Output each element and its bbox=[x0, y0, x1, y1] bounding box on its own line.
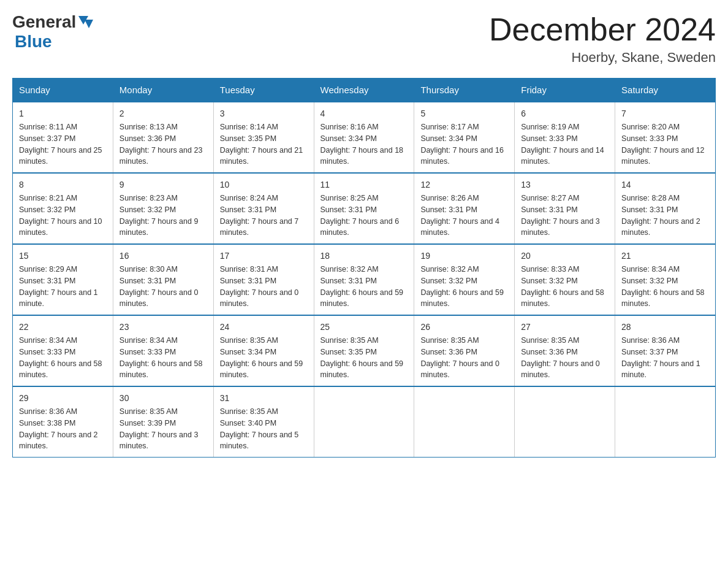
header-tuesday: Tuesday bbox=[213, 79, 314, 102]
sunset-text: Sunset: 3:38 PM bbox=[19, 418, 107, 429]
logo: General Blue bbox=[12, 12, 99, 52]
daylight-text: Daylight: 7 hours and 0 minutes. bbox=[119, 287, 207, 310]
daylight-text: Daylight: 7 hours and 5 minutes. bbox=[220, 429, 308, 453]
daylight-text: Daylight: 7 hours and 4 minutes. bbox=[420, 216, 508, 239]
table-row bbox=[515, 386, 615, 458]
sunrise-text: Sunrise: 8:36 AM bbox=[621, 335, 709, 347]
day-number: 24 bbox=[220, 321, 308, 334]
table-row: 18Sunrise: 8:32 AMSunset: 3:31 PMDayligh… bbox=[314, 244, 414, 315]
sunrise-text: Sunrise: 8:36 AM bbox=[19, 406, 107, 418]
table-row: 12Sunrise: 8:26 AMSunset: 3:31 PMDayligh… bbox=[414, 173, 515, 244]
sunset-text: Sunset: 3:31 PM bbox=[521, 204, 609, 216]
table-row: 31Sunrise: 8:35 AMSunset: 3:40 PMDayligh… bbox=[213, 386, 314, 458]
sunrise-text: Sunrise: 8:20 AM bbox=[621, 121, 709, 133]
day-number: 18 bbox=[320, 250, 408, 262]
table-row: 25Sunrise: 8:35 AMSunset: 3:35 PMDayligh… bbox=[314, 315, 414, 386]
sunset-text: Sunset: 3:37 PM bbox=[621, 347, 709, 358]
sunrise-text: Sunrise: 8:31 AM bbox=[220, 264, 308, 275]
daylight-text: Daylight: 7 hours and 0 minutes. bbox=[521, 358, 609, 381]
day-number: 20 bbox=[521, 250, 609, 262]
daylight-text: Daylight: 7 hours and 7 minutes. bbox=[220, 216, 308, 239]
calendar-week-row: 1Sunrise: 8:11 AMSunset: 3:37 PMDaylight… bbox=[13, 102, 716, 173]
day-number: 6 bbox=[521, 107, 609, 120]
sunrise-text: Sunrise: 8:35 AM bbox=[420, 335, 508, 347]
sunset-text: Sunset: 3:31 PM bbox=[320, 275, 408, 287]
sunset-text: Sunset: 3:33 PM bbox=[19, 347, 107, 358]
daylight-text: Daylight: 7 hours and 0 minutes. bbox=[220, 287, 308, 310]
day-number: 10 bbox=[220, 178, 308, 191]
day-number: 11 bbox=[320, 178, 408, 191]
sunset-text: Sunset: 3:39 PM bbox=[119, 418, 207, 429]
location-subtitle: Hoerby, Skane, Sweden bbox=[489, 50, 716, 66]
sunset-text: Sunset: 3:32 PM bbox=[420, 275, 508, 287]
table-row: 19Sunrise: 8:32 AMSunset: 3:32 PMDayligh… bbox=[414, 244, 515, 315]
sunrise-text: Sunrise: 8:34 AM bbox=[19, 335, 107, 347]
sunrise-text: Sunrise: 8:32 AM bbox=[420, 264, 508, 275]
daylight-text: Daylight: 7 hours and 21 minutes. bbox=[220, 145, 308, 168]
daylight-text: Daylight: 7 hours and 6 minutes. bbox=[320, 216, 408, 239]
sunrise-text: Sunrise: 8:29 AM bbox=[19, 264, 107, 275]
sunset-text: Sunset: 3:32 PM bbox=[521, 275, 609, 287]
sunset-text: Sunset: 3:36 PM bbox=[521, 347, 609, 358]
sunrise-text: Sunrise: 8:23 AM bbox=[119, 193, 207, 204]
table-row: 6Sunrise: 8:19 AMSunset: 3:33 PMDaylight… bbox=[515, 102, 615, 173]
table-row bbox=[314, 386, 414, 458]
daylight-text: Daylight: 7 hours and 2 minutes. bbox=[621, 216, 709, 239]
daylight-text: Daylight: 6 hours and 58 minutes. bbox=[621, 287, 709, 310]
daylight-text: Daylight: 7 hours and 1 minute. bbox=[19, 287, 107, 310]
table-row: 13Sunrise: 8:27 AMSunset: 3:31 PMDayligh… bbox=[515, 173, 615, 244]
sunset-text: Sunset: 3:31 PM bbox=[420, 204, 508, 216]
sunset-text: Sunset: 3:33 PM bbox=[119, 347, 207, 358]
day-number: 25 bbox=[320, 321, 408, 334]
sunrise-text: Sunrise: 8:32 AM bbox=[320, 264, 408, 275]
table-row: 15Sunrise: 8:29 AMSunset: 3:31 PMDayligh… bbox=[13, 244, 113, 315]
sunset-text: Sunset: 3:33 PM bbox=[521, 133, 609, 145]
sunrise-text: Sunrise: 8:28 AM bbox=[621, 193, 709, 204]
day-number: 16 bbox=[119, 250, 207, 262]
sunset-text: Sunset: 3:34 PM bbox=[220, 347, 308, 358]
sunrise-text: Sunrise: 8:11 AM bbox=[19, 121, 107, 133]
sunrise-text: Sunrise: 8:35 AM bbox=[220, 406, 308, 418]
table-row: 17Sunrise: 8:31 AMSunset: 3:31 PMDayligh… bbox=[213, 244, 314, 315]
header-sunday: Sunday bbox=[13, 79, 113, 102]
daylight-text: Daylight: 6 hours and 58 minutes. bbox=[119, 358, 207, 381]
table-row: 7Sunrise: 8:20 AMSunset: 3:33 PMDaylight… bbox=[615, 102, 716, 173]
day-number: 31 bbox=[220, 392, 308, 405]
sunrise-text: Sunrise: 8:30 AM bbox=[119, 264, 207, 275]
sunset-text: Sunset: 3:35 PM bbox=[320, 347, 408, 358]
calendar-body: 1Sunrise: 8:11 AMSunset: 3:37 PMDaylight… bbox=[13, 102, 716, 458]
sunset-text: Sunset: 3:34 PM bbox=[320, 133, 408, 145]
day-number: 3 bbox=[220, 107, 308, 120]
table-row: 21Sunrise: 8:34 AMSunset: 3:32 PMDayligh… bbox=[615, 244, 716, 315]
day-number: 12 bbox=[420, 178, 508, 191]
day-number: 27 bbox=[521, 321, 609, 334]
sunrise-text: Sunrise: 8:35 AM bbox=[119, 406, 207, 418]
logo-blue-text: Blue bbox=[15, 32, 52, 51]
header-row: Sunday Monday Tuesday Wednesday Thursday… bbox=[13, 79, 716, 102]
sunset-text: Sunset: 3:33 PM bbox=[621, 133, 709, 145]
table-row: 24Sunrise: 8:35 AMSunset: 3:34 PMDayligh… bbox=[213, 315, 314, 386]
day-number: 19 bbox=[420, 250, 508, 262]
calendar-table: Sunday Monday Tuesday Wednesday Thursday… bbox=[12, 78, 716, 458]
header-thursday: Thursday bbox=[414, 79, 515, 102]
daylight-text: Daylight: 7 hours and 0 minutes. bbox=[420, 358, 508, 381]
table-row: 2Sunrise: 8:13 AMSunset: 3:36 PMDaylight… bbox=[113, 102, 213, 173]
table-row: 3Sunrise: 8:14 AMSunset: 3:35 PMDaylight… bbox=[213, 102, 314, 173]
day-number: 29 bbox=[19, 392, 107, 405]
sunset-text: Sunset: 3:34 PM bbox=[420, 133, 508, 145]
day-number: 28 bbox=[621, 321, 709, 334]
table-row: 27Sunrise: 8:35 AMSunset: 3:36 PMDayligh… bbox=[515, 315, 615, 386]
table-row: 8Sunrise: 8:21 AMSunset: 3:32 PMDaylight… bbox=[13, 173, 113, 244]
daylight-text: Daylight: 6 hours and 59 minutes. bbox=[320, 358, 408, 381]
day-number: 22 bbox=[19, 321, 107, 334]
sunset-text: Sunset: 3:32 PM bbox=[19, 204, 107, 216]
calendar-week-row: 22Sunrise: 8:34 AMSunset: 3:33 PMDayligh… bbox=[13, 315, 716, 386]
sunrise-text: Sunrise: 8:34 AM bbox=[119, 335, 207, 347]
header-friday: Friday bbox=[515, 79, 615, 102]
daylight-text: Daylight: 7 hours and 9 minutes. bbox=[119, 216, 207, 239]
daylight-text: Daylight: 6 hours and 58 minutes. bbox=[521, 287, 609, 310]
daylight-text: Daylight: 7 hours and 25 minutes. bbox=[19, 145, 107, 168]
table-row: 11Sunrise: 8:25 AMSunset: 3:31 PMDayligh… bbox=[314, 173, 414, 244]
day-number: 13 bbox=[521, 178, 609, 191]
daylight-text: Daylight: 6 hours and 59 minutes. bbox=[420, 287, 508, 310]
